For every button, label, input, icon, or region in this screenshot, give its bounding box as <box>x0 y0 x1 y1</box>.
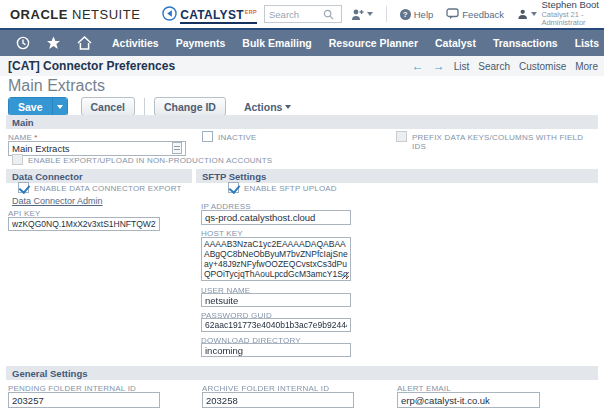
chevron-down-icon <box>285 105 291 109</box>
netsuite-brand: NETSUITE <box>72 7 140 22</box>
help-button[interactable]: ? Help <box>400 9 434 20</box>
catalyst-brand-text: CATALYSTERP <box>180 5 257 24</box>
nav-transactions[interactable]: Transactions <box>493 37 558 49</box>
catalyst-erp-sup: ERP <box>245 9 257 15</box>
enable-data-connector-row: ENABLE DATA CONNECTOR EXPORT <box>18 182 182 193</box>
enable-sftp-row: ENABLE SFTP UPLOAD <box>228 182 337 193</box>
user-role: Catalyst 21 - Administrator <box>541 11 604 28</box>
list-link[interactable]: List <box>454 61 470 72</box>
catalyst-circle-icon <box>162 6 177 21</box>
global-search-input[interactable] <box>265 9 323 20</box>
enable-data-connector-label: ENABLE DATA CONNECTOR EXPORT <box>34 184 182 193</box>
search-link[interactable]: Search <box>478 61 510 72</box>
enable-export-nonprod-checkbox[interactable] <box>12 154 23 165</box>
cancel-button[interactable]: Cancel <box>81 97 135 116</box>
nav-bulk-emailing[interactable]: Bulk Emailing <box>242 37 311 49</box>
actions-menu-button[interactable]: Actions <box>244 101 292 113</box>
customise-link[interactable]: Customise <box>519 61 566 72</box>
section-sftp-settings: SFTP Settings <box>196 169 598 183</box>
chevron-down-icon <box>367 12 373 16</box>
help-icon: ? <box>400 9 411 20</box>
save-dropdown-button[interactable] <box>52 98 67 115</box>
section-data-connector: Data Connector <box>6 169 192 183</box>
topbar-icons: ? Help Feedback Stephen Boot Catalyst <box>350 0 604 28</box>
top-bar: ORACLE NETSUITE CATALYSTERP <box>0 0 604 28</box>
enable-data-connector-checkbox[interactable] <box>18 182 29 193</box>
quick-add-person-icon[interactable] <box>350 8 364 21</box>
page-title: [CAT] Connector Preferences <box>8 59 175 73</box>
alert-email-input[interactable] <box>397 392 540 408</box>
save-button-group: Save <box>8 97 68 116</box>
oracle-netsuite-logo: ORACLE NETSUITE <box>10 7 140 22</box>
inactive-checkbox-row: INACTIVE <box>202 131 257 142</box>
nav-resource-planner[interactable]: Resource Planner <box>329 37 418 49</box>
page-header-links: ← → List Search Customise More <box>412 59 598 73</box>
chevron-down-icon <box>57 105 63 109</box>
nav-payments[interactable]: Payments <box>176 37 226 49</box>
nav-catalyst[interactable]: Catalyst <box>435 37 476 49</box>
prefix-data-keys-label: PREFIX DATA KEYS/COLUMNS WITH FIELD IDS <box>412 133 596 151</box>
page-header: [CAT] Connector Preferences ← → List Sea… <box>0 56 604 76</box>
archive-folder-input[interactable] <box>202 392 354 408</box>
password-guid-input[interactable] <box>201 318 351 332</box>
actions-label: Actions <box>244 101 283 113</box>
ip-address-input[interactable] <box>201 210 351 225</box>
data-connector-admin-link[interactable]: Data Connector Admin <box>12 196 103 206</box>
home-icon[interactable] <box>77 36 92 50</box>
nav-menu: Activities Payments Bulk Emailing Resour… <box>112 37 604 49</box>
back-arrow-icon[interactable]: ← <box>412 59 424 73</box>
main-nav: Activities Payments Bulk Emailing Resour… <box>0 30 604 56</box>
forward-arrow-icon[interactable]: → <box>433 59 445 73</box>
download-directory-input[interactable] <box>201 343 351 357</box>
user-avatar-icon <box>517 6 528 22</box>
search-icon[interactable] <box>323 9 334 20</box>
enable-sftp-checkbox[interactable] <box>228 182 239 193</box>
user-info: Stephen Boot Catalyst 21 - Administrator <box>541 0 604 28</box>
topbar-divider <box>386 6 387 22</box>
oracle-brand: ORACLE <box>10 7 68 22</box>
netsuite-app: ORACLE NETSUITE CATALYSTERP <box>0 0 604 414</box>
shortcuts-star-icon[interactable] <box>46 36 61 50</box>
quick-add-menu[interactable] <box>350 8 373 21</box>
prefix-data-keys-checkbox[interactable] <box>396 131 407 142</box>
nav-activities[interactable]: Activities <box>112 37 159 49</box>
global-search[interactable] <box>264 5 342 23</box>
nav-more-button[interactable]: ... <box>578 37 590 49</box>
more-link[interactable]: More <box>575 61 598 72</box>
inactive-checkbox[interactable] <box>202 131 213 142</box>
prefix-checkbox-row: PREFIX DATA KEYS/COLUMNS WITH FIELD IDS <box>396 131 596 151</box>
change-id-button[interactable]: Change ID <box>154 97 226 116</box>
action-button-row: Save Cancel Change ID Actions <box>8 97 291 116</box>
catalyst-logo: CATALYSTERP <box>162 5 257 24</box>
enable-sftp-label: ENABLE SFTP UPLOAD <box>244 184 337 193</box>
enable-export-nonprod-label: ENABLE EXPORT/UPLOAD IN NON-PRODUCTION A… <box>28 156 272 165</box>
user-name-input[interactable] <box>201 293 351 307</box>
help-label: Help <box>414 9 434 20</box>
host-key-textarea[interactable]: AAAAB3NzaC1yc2EAAAADAQABAAABgQC8bNeObByu… <box>201 237 351 281</box>
feedback-button[interactable]: Feedback <box>446 8 504 20</box>
chevron-down-icon <box>531 12 537 16</box>
button-divider <box>144 98 145 115</box>
recent-records-icon[interactable] <box>16 36 30 50</box>
api-key-input[interactable] <box>8 217 160 231</box>
name-field-list-icon[interactable] <box>172 142 182 154</box>
pending-folder-input[interactable] <box>8 392 160 408</box>
inactive-label: INACTIVE <box>218 133 257 142</box>
section-general-settings: General Settings <box>6 366 598 380</box>
nonprod-checkbox-row: ENABLE EXPORT/UPLOAD IN NON-PRODUCTION A… <box>12 154 272 165</box>
user-menu[interactable]: Stephen Boot Catalyst 21 - Administrator <box>517 0 604 28</box>
feedback-label: Feedback <box>462 9 504 20</box>
save-button[interactable]: Save <box>9 98 52 115</box>
record-title: Main Extracts <box>8 77 105 95</box>
feedback-bubble-icon <box>446 8 459 20</box>
section-main: Main <box>6 115 598 129</box>
